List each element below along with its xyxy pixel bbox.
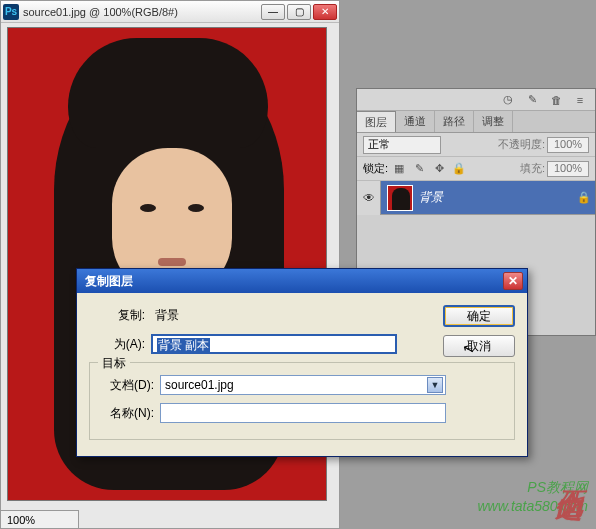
panel-tabs: 图层 通道 路径 调整 xyxy=(357,111,595,133)
maximize-button[interactable]: ▢ xyxy=(287,4,311,20)
name-label: 名称(N): xyxy=(98,405,154,422)
as-input[interactable]: 背景 副本 xyxy=(151,334,397,354)
ok-button[interactable]: 确定 xyxy=(443,305,515,327)
lock-row: 锁定: ▦ ✎ ✥ 🔒 填充:100% xyxy=(357,157,595,181)
tab-layers[interactable]: 图层 xyxy=(357,111,396,132)
lock-all-icon[interactable]: 🔒 xyxy=(452,162,466,176)
cancel-button[interactable]: 取消 xyxy=(443,335,515,357)
dialog-close-button[interactable]: ✕ xyxy=(503,272,523,290)
close-window-button[interactable]: ✕ xyxy=(313,4,337,20)
panel-menu-icon[interactable]: ≡ xyxy=(573,93,587,107)
target-legend: 目标 xyxy=(98,355,130,372)
dialog-title: 复制图层 xyxy=(85,273,503,290)
visibility-toggle[interactable]: 👁 xyxy=(357,181,381,215)
name-input[interactable] xyxy=(160,403,446,423)
photoshop-icon: Ps xyxy=(3,4,19,20)
document-select-value: source01.jpg xyxy=(165,378,427,392)
watermark-site-url: www.tata580.com xyxy=(478,498,589,514)
copy-label: 复制: xyxy=(89,307,145,324)
eye-right xyxy=(188,204,204,212)
tab-channels[interactable]: 通道 xyxy=(396,111,435,132)
blend-mode-select[interactable]: 正常 xyxy=(363,136,441,154)
fill-label: 填充:100% xyxy=(470,161,589,177)
lock-label: 锁定: xyxy=(363,161,388,176)
minimize-button[interactable]: ― xyxy=(261,4,285,20)
as-label: 为(A): xyxy=(89,336,145,353)
fringe-shape xyxy=(68,38,268,148)
document-titlebar[interactable]: Ps source01.jpg @ 100%(RGB/8#) ― ▢ ✕ xyxy=(1,1,339,23)
document-label: 文档(D): xyxy=(98,377,154,394)
lock-transparent-icon[interactable]: ▦ xyxy=(392,162,406,176)
dialog-titlebar[interactable]: 复制图层 ✕ xyxy=(77,269,527,293)
document-title: source01.jpg @ 100%(RGB/8#) xyxy=(23,6,259,18)
document-select[interactable]: source01.jpg ▼ xyxy=(160,375,446,395)
trash-icon[interactable]: 🗑 xyxy=(549,93,563,107)
fill-value[interactable]: 100% xyxy=(547,161,589,177)
opacity-label: 不透明度:100% xyxy=(445,137,589,153)
note-icon[interactable]: ✎ xyxy=(525,93,539,107)
lock-position-icon[interactable]: ✥ xyxy=(432,162,446,176)
tab-paths[interactable]: 路径 xyxy=(435,111,474,132)
lock-pixels-icon[interactable]: ✎ xyxy=(412,162,426,176)
copy-source-value: 背景 xyxy=(151,305,183,326)
eye-left xyxy=(140,204,156,212)
tab-adjustments[interactable]: 调整 xyxy=(474,111,513,132)
zoom-status[interactable]: 100% xyxy=(1,510,79,528)
mouth xyxy=(158,258,186,266)
layer-thumbnail[interactable] xyxy=(387,185,413,211)
layer-lock-icon: 🔒 xyxy=(577,191,595,204)
watermark: 他山之石 PS教程网 www.tata580.com xyxy=(478,478,589,517)
layer-name[interactable]: 背景 xyxy=(419,189,577,206)
watermark-site-cn: PS教程网 xyxy=(527,479,588,495)
chevron-down-icon[interactable]: ▼ xyxy=(427,377,443,393)
target-fieldset: 目标 文档(D): source01.jpg ▼ 名称(N): xyxy=(89,362,515,440)
history-icon[interactable]: ◷ xyxy=(501,93,515,107)
layer-row-background[interactable]: 👁 背景 🔒 xyxy=(357,181,595,215)
duplicate-layer-dialog: 复制图层 ✕ 确定 取消 ↖ 复制: 背景 为(A): 背景 副本 目标 文档(… xyxy=(76,268,528,457)
opacity-value[interactable]: 100% xyxy=(547,137,589,153)
dialog-body: 确定 取消 ↖ 复制: 背景 为(A): 背景 副本 目标 文档(D): sou… xyxy=(77,293,527,456)
blend-row: 正常 不透明度:100% xyxy=(357,133,595,157)
panel-iconbar: ◷ ✎ 🗑 ≡ xyxy=(357,89,595,111)
